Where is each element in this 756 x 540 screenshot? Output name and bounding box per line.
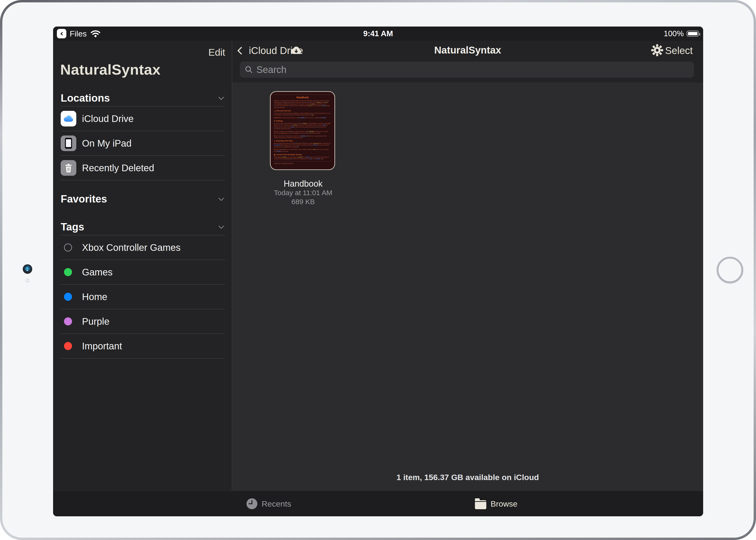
thumbnail-doc-paragraph: Pro tip: a number of people like to setu… bbox=[274, 130, 331, 134]
sidebar-item-label: Games bbox=[82, 267, 112, 278]
section-header-label: Tags bbox=[61, 221, 84, 233]
sidebar-section-tags: TagsXbox Controller GamesGamesHomePurple… bbox=[61, 219, 225, 358]
sidebar-app-title: NaturalSyntax bbox=[60, 61, 160, 78]
tab-bar: Recents Browse bbox=[53, 491, 703, 516]
xbox-controller-games-tag-color-icon bbox=[64, 243, 72, 251]
thumbnail-doc-divider bbox=[274, 161, 331, 162]
thumbnail-doc-paragraph: You can import your own ePub files into … bbox=[274, 142, 331, 148]
sidebar-item-label: Xbox Controller Games bbox=[82, 242, 181, 253]
chevron-down-icon bbox=[218, 94, 224, 100]
tab-recents-label: Recents bbox=[262, 499, 291, 508]
search-input[interactable] bbox=[257, 65, 659, 75]
sidebar-section-locations: LocationsiCloud DriveOn My iPadRecently … bbox=[61, 90, 225, 181]
thumbnail-doc-paragraph: Thanks for using Natural Syntax! bbox=[274, 163, 331, 164]
tab-recents[interactable]: Recents bbox=[247, 491, 291, 516]
sidebar-item-games[interactable]: Games bbox=[61, 260, 225, 285]
battery-icon bbox=[686, 31, 699, 37]
status-bar: Files 9:41 AM 100% bbox=[53, 27, 703, 41]
light-sensor bbox=[26, 279, 29, 282]
trash-icon bbox=[61, 160, 76, 176]
page-title: NaturalSyntax bbox=[232, 45, 703, 56]
sidebar-item-purple[interactable]: Purple bbox=[61, 309, 225, 334]
main-panel: iCloud Drive NaturalSyntax Select bbox=[232, 41, 703, 491]
section-header-locations[interactable]: Locations bbox=[61, 90, 225, 106]
sidebar-item-label: Recently Deleted bbox=[82, 163, 154, 173]
navigation-bar: iCloud Drive NaturalSyntax Select bbox=[232, 41, 703, 60]
sidebar-item-label: Purple bbox=[82, 316, 109, 327]
search-bar[interactable] bbox=[240, 62, 694, 78]
sidebar-item-recently-deleted[interactable]: Recently Deleted bbox=[61, 156, 225, 181]
games-tag-color-icon bbox=[64, 268, 72, 276]
section-header-label: Locations bbox=[61, 92, 110, 104]
sidebar-item-label: Important bbox=[82, 341, 122, 351]
file-browser-content: HandbookWelcome to Natural Syntax, withi… bbox=[232, 82, 703, 491]
home-tag-color-icon bbox=[64, 293, 72, 301]
file-name: Handbook bbox=[270, 179, 336, 189]
file-thumbnail: HandbookWelcome to Natural Syntax, withi… bbox=[270, 91, 335, 170]
thumbnail-doc-paragraph: At the top left of the file browser, you… bbox=[274, 112, 331, 116]
ipad-device: Files 9:41 AM 100% Edit NaturalSyntax Lo… bbox=[0, 0, 756, 540]
sidebar-item-important[interactable]: Important bbox=[61, 334, 225, 358]
sidebar-item-label: Home bbox=[82, 292, 107, 302]
purple-tag-color-icon bbox=[64, 317, 72, 326]
thumbnail-doc-heading: ↥Importing ePub Files bbox=[274, 140, 331, 142]
tab-browse[interactable]: Browse bbox=[475, 491, 517, 516]
thumbnail-doc-paragraph: Please Note: The Discovery Service is on… bbox=[274, 117, 331, 118]
thumbnail-doc-paragraph: At the top right of both the file browse… bbox=[274, 122, 331, 129]
section-header-label: Favorites bbox=[61, 193, 107, 205]
sidebar: Edit NaturalSyntax LocationsiCloud Drive… bbox=[53, 41, 232, 491]
file-size: 689 KB bbox=[270, 198, 336, 206]
search-icon bbox=[245, 66, 253, 74]
thumbnail-doc-heading: ⚙Settings bbox=[274, 120, 331, 122]
section-header-tags[interactable]: Tags bbox=[61, 219, 225, 234]
thumbnail-doc-paragraph: While you're reading your book, you can … bbox=[274, 156, 331, 159]
thumbnail-doc-paragraph: Welcome to Natural Syntax, within it you… bbox=[274, 100, 331, 108]
important-tag-color-icon bbox=[64, 342, 72, 350]
clock-time: 9:41 AM bbox=[53, 27, 703, 41]
battery-status: 100% bbox=[664, 27, 699, 41]
thumbnail-doc-paragraph: Note: some of the customization options … bbox=[274, 135, 331, 138]
battery-percent: 100% bbox=[664, 29, 684, 38]
sidebar-item-home[interactable]: Home bbox=[61, 285, 225, 309]
files-app-screen: Files 9:41 AM 100% Edit NaturalSyntax Lo… bbox=[53, 27, 703, 516]
front-camera bbox=[23, 264, 32, 274]
sidebar-item-icloud-drive[interactable]: iCloud Drive bbox=[61, 107, 225, 131]
gear-icon[interactable] bbox=[651, 44, 663, 57]
ipad-icon bbox=[61, 135, 76, 151]
thumbnail-doc-heading: ☁Discovery Service bbox=[274, 110, 331, 111]
sidebar-item-label: iCloud Drive bbox=[82, 113, 134, 124]
sidebar-section-favorites: Favorites bbox=[61, 192, 225, 206]
folder-icon bbox=[475, 500, 486, 509]
tab-browse-label: Browse bbox=[490, 499, 517, 508]
file-modified-date: Today at 11:01 AM bbox=[270, 189, 336, 197]
chevron-down-icon bbox=[218, 223, 224, 229]
thumbnail-doc-title: Handbook bbox=[274, 96, 331, 99]
icloud-drive-icon bbox=[61, 111, 76, 126]
file-item-handbook[interactable]: HandbookWelcome to Natural Syntax, withi… bbox=[270, 91, 365, 170]
edit-button[interactable]: Edit bbox=[208, 47, 225, 58]
thumbnail-doc-heading: ▤Lexical Color and Style Overlay bbox=[274, 154, 331, 155]
thumbnail-doc-paragraph: Pro tip: If you only have your ePub file… bbox=[274, 149, 331, 152]
sidebar-item-xbox-controller-games[interactable]: Xbox Controller Games bbox=[61, 235, 225, 260]
clock-icon bbox=[247, 498, 257, 509]
chevron-down-icon bbox=[218, 195, 224, 201]
sidebar-item-label: On My iPad bbox=[82, 138, 131, 149]
home-button[interactable] bbox=[717, 257, 743, 283]
section-header-favorites[interactable]: Favorites bbox=[61, 192, 225, 206]
sidebar-item-on-my-ipad[interactable]: On My iPad bbox=[61, 131, 225, 156]
storage-summary: 1 item, 156.37 GB available on iCloud bbox=[232, 473, 703, 482]
select-button[interactable]: Select bbox=[665, 45, 693, 57]
